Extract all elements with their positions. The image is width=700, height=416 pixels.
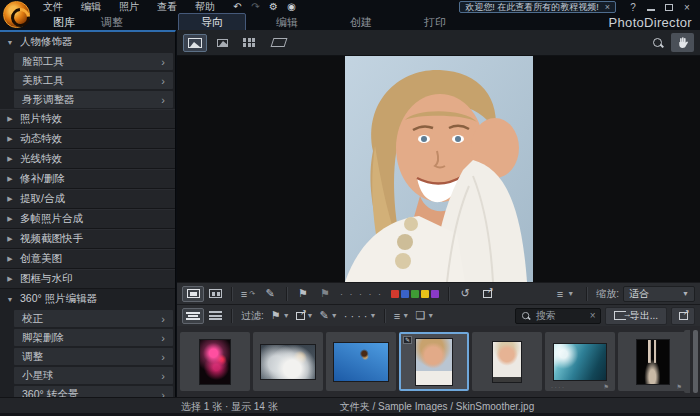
sidebar-section-360-editor[interactable]: ▼ 360° 照片编辑器 bbox=[0, 289, 175, 309]
tab-print[interactable]: 打印 bbox=[402, 14, 468, 31]
viewer-mode-button[interactable] bbox=[183, 34, 207, 52]
label-yellow[interactable] bbox=[421, 290, 429, 298]
filmstrip-thumbnail-2[interactable] bbox=[253, 332, 323, 391]
sidebar-item-adjust[interactable]: 调整 › bbox=[14, 348, 173, 365]
expand-arrow-icon: ▼ bbox=[0, 296, 20, 303]
search-clear-icon[interactable]: × bbox=[590, 310, 596, 321]
label-filter-button[interactable]: ▼ bbox=[293, 308, 317, 324]
magnifier-icon bbox=[652, 37, 664, 49]
thumb-skateboarder bbox=[334, 343, 388, 381]
edit-pen-button[interactable]: ✎ bbox=[259, 286, 281, 302]
grid-view-button[interactable] bbox=[237, 34, 261, 52]
notification-text: 欢迎您! 在此查看所有的教程视频! bbox=[465, 1, 599, 14]
rotate-icon: ↺ bbox=[460, 287, 469, 300]
tab-guided[interactable]: 导向 bbox=[178, 13, 246, 32]
slideshow-icon bbox=[483, 290, 492, 298]
caret-down-icon: ▼ bbox=[307, 312, 314, 319]
restore-button[interactable] bbox=[662, 2, 676, 13]
zoom-select[interactable]: 适合 ▼ bbox=[623, 286, 695, 302]
filmstrip-view-button[interactable] bbox=[182, 308, 204, 324]
content-area: ≡↷ ✎ ⚑ ⚑ · · · · · ↺ ≡▼ 缩放: 适合 ▼ bbox=[177, 30, 700, 397]
sidebar-section-creative-blur[interactable]: ▶ 创意美图 bbox=[0, 249, 175, 269]
undo-icon[interactable]: ↶ bbox=[230, 1, 245, 13]
sidebar-item-skin-tools[interactable]: 美肤工具 › bbox=[14, 72, 173, 89]
zoom-tool-button[interactable] bbox=[646, 33, 669, 52]
sidebar-item-tripod-removal[interactable]: 脚架删除 › bbox=[14, 329, 173, 346]
menu-edit[interactable]: 编辑 bbox=[74, 0, 108, 15]
label-green[interactable] bbox=[411, 290, 419, 298]
minimize-button[interactable] bbox=[644, 2, 658, 13]
sidebar-item-face-tools[interactable]: 脸部工具 › bbox=[14, 53, 173, 70]
compare-view-button[interactable] bbox=[264, 34, 288, 52]
tab-library[interactable]: 图库 bbox=[53, 15, 75, 30]
photo-canvas[interactable] bbox=[177, 56, 700, 282]
filmstrip-thumbnail-7[interactable]: ⚑ bbox=[618, 332, 688, 391]
tab-edit[interactable]: 编辑 bbox=[254, 14, 320, 31]
settings-gear-icon[interactable]: ⚙ bbox=[266, 1, 281, 13]
collapsed-arrow-icon: ▶ bbox=[0, 215, 20, 223]
tools-sidebar: ▼ 人物修饰器 脸部工具 › 美肤工具 › 身形调整器 › ▶ 照片特效 ▶ 动… bbox=[0, 30, 176, 397]
label-blue[interactable] bbox=[401, 290, 409, 298]
sidebar-section-frames-watermarks[interactable]: ▶ 图框与水印 bbox=[0, 269, 175, 289]
sidebar-section-repair-remove[interactable]: ▶ 修补/删除 bbox=[0, 169, 175, 189]
status-bar: 选择 1 张 · 显示 14 张 文件夹 / Sample Images / S… bbox=[0, 397, 700, 416]
filmstrip-thumbnail-4-selected[interactable]: ✎ bbox=[399, 332, 469, 391]
slideshow-button[interactable] bbox=[476, 286, 498, 302]
account-icon[interactable]: ◉ bbox=[284, 1, 299, 13]
caret-down-icon: ▼ bbox=[370, 312, 377, 319]
tab-create[interactable]: 创建 bbox=[328, 14, 394, 31]
sidebar-item-straighten[interactable]: 校正 › bbox=[14, 310, 173, 327]
open-external-button[interactable] bbox=[671, 307, 695, 325]
sort-button[interactable]: ≡▼ bbox=[390, 308, 412, 324]
flag-filter-button[interactable]: ⚑▼ bbox=[268, 308, 293, 324]
sidebar-section-people-beautifier[interactable]: ▼ 人物修饰器 bbox=[0, 32, 175, 52]
filmstrip-scrollbar[interactable] bbox=[693, 330, 698, 393]
tab-adjustment[interactable]: 调整 bbox=[101, 15, 123, 30]
flag-pick-button[interactable]: ⚑ bbox=[292, 286, 314, 302]
menu-file[interactable]: 文件 bbox=[36, 0, 70, 15]
sidebar-section-extract-compose[interactable]: ▶ 提取/合成 bbox=[0, 189, 175, 209]
help-button[interactable]: ? bbox=[626, 2, 640, 13]
filmstrip: ✎ · · · ·⚑ ⚑ bbox=[177, 326, 700, 397]
notification-close-icon[interactable]: × bbox=[605, 2, 610, 12]
menu-photo[interactable]: 照片 bbox=[112, 0, 146, 15]
photo-view-icon bbox=[188, 38, 202, 48]
search-input[interactable]: 搜索 bbox=[536, 309, 586, 323]
sidebar-item-little-planet[interactable]: 小星球 › bbox=[14, 367, 173, 384]
zoom-value: 适合 bbox=[629, 287, 649, 301]
export-button[interactable]: 导出... bbox=[605, 307, 667, 325]
apply-preset-button[interactable]: ≡↷ bbox=[237, 286, 259, 302]
filmstrip-thumbnail-5[interactable] bbox=[472, 332, 542, 391]
chevron-right-icon: › bbox=[161, 351, 165, 363]
label-red[interactable] bbox=[391, 290, 399, 298]
close-button[interactable]: × bbox=[680, 2, 694, 13]
filmstrip-icon bbox=[186, 312, 200, 320]
dual-pane-button[interactable] bbox=[204, 286, 226, 302]
sidebar-section-light-effects[interactable]: ▶ 光线特效 bbox=[0, 149, 175, 169]
flag-reject-button[interactable]: ⚑ bbox=[314, 286, 336, 302]
sidebar-item-body-shaper[interactable]: 身形调整器 › bbox=[14, 91, 173, 108]
thumb-woman-portrait bbox=[416, 339, 452, 385]
stack-button[interactable]: ❏▼ bbox=[412, 308, 437, 324]
rating-filter-button[interactable]: · · · ·▼ bbox=[341, 308, 380, 324]
filmstrip-thumbnail-1[interactable] bbox=[180, 332, 250, 391]
sidebar-section-motion-effects[interactable]: ▶ 动态特效 bbox=[0, 129, 175, 149]
search-box[interactable]: 搜索 × bbox=[515, 308, 601, 324]
thumb-ocean-wave bbox=[554, 344, 606, 380]
rotate-left-button[interactable]: ↺ bbox=[454, 286, 476, 302]
viewer-thumb-mode-button[interactable] bbox=[210, 34, 234, 52]
sidebar-section-video-to-photo[interactable]: ▶ 视频截图快手 bbox=[0, 229, 175, 249]
filmstrip-thumbnail-6[interactable]: · · · ·⚑ bbox=[545, 332, 615, 391]
list-view-button[interactable] bbox=[204, 308, 226, 324]
filmstrip-thumbnail-3[interactable] bbox=[326, 332, 396, 391]
label-purple[interactable] bbox=[431, 290, 439, 298]
single-pane-button[interactable] bbox=[182, 286, 204, 302]
thumb-rating-dots: · · · · bbox=[551, 384, 564, 390]
sidebar-section-multi-exposure[interactable]: ▶ 多帧照片合成 bbox=[0, 209, 175, 229]
edited-filter-button[interactable]: ✎▼ bbox=[317, 308, 341, 324]
pan-tool-button[interactable] bbox=[671, 33, 694, 52]
redo-icon[interactable]: ↷ bbox=[248, 1, 263, 13]
sidebar-section-photo-effects[interactable]: ▶ 照片特效 bbox=[0, 109, 175, 129]
rating-dots[interactable]: · · · · · bbox=[340, 289, 383, 299]
quick-tag-list-button[interactable]: ≡▼ bbox=[554, 286, 577, 302]
